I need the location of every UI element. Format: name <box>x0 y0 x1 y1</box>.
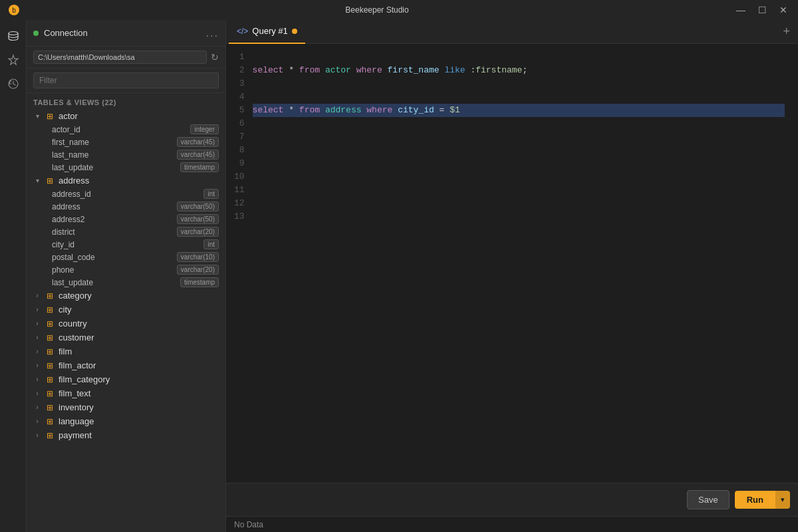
table-row-actor[interactable]: ▾ ⊞ actor <box>27 109 225 123</box>
db-path-select[interactable]: C:\Users\matth\Downloads\sa <box>33 51 207 64</box>
chevron-right-icon: › <box>33 334 41 341</box>
line-number: 7 <box>234 130 245 144</box>
column-row[interactable]: postal_code varchar(10) <box>27 251 225 263</box>
code-line-5: select * from address where city_id = $1 <box>253 104 785 117</box>
new-tab-button[interactable]: + <box>777 25 795 39</box>
table-name-language: language <box>59 416 94 426</box>
run-button[interactable]: Run <box>735 491 775 509</box>
editor-area[interactable]: 1 2 3 4 5 6 7 8 9 10 11 12 13 select * f <box>226 44 798 483</box>
close-button[interactable]: ✕ <box>777 5 790 15</box>
run-dropdown-button[interactable]: ▾ <box>775 491 790 509</box>
column-type: varchar(50) <box>177 214 219 224</box>
chevron-right-icon: › <box>33 320 41 327</box>
column-name: address2 <box>52 215 84 224</box>
table-icon: ⊞ <box>45 305 55 315</box>
line-number: 12 <box>234 197 245 210</box>
column-name: address_id <box>52 190 91 199</box>
column-row[interactable]: first_name varchar(45) <box>27 136 225 148</box>
svg-point-2 <box>9 32 18 35</box>
tab-query-1-label: Query #1 <box>252 26 287 36</box>
code-line-3 <box>253 77 785 90</box>
line-numbers: 1 2 3 4 5 6 7 8 9 10 11 12 13 <box>226 51 253 223</box>
table-name-address: address <box>59 176 89 186</box>
column-type: varchar(10) <box>177 252 219 262</box>
chevron-right-icon: › <box>33 292 41 299</box>
line-number: 6 <box>234 117 245 130</box>
left-panel: Connection ... C:\Users\matth\Downloads\… <box>27 20 226 532</box>
table-row-inventory[interactable]: › ⊞ inventory <box>27 400 225 414</box>
tables-list: ▾ ⊞ actor actor_id integer first_name va… <box>27 109 225 532</box>
line-number: 4 <box>234 90 245 104</box>
table-row-film[interactable]: › ⊞ film <box>27 344 225 358</box>
code-line-8 <box>253 144 785 157</box>
filter-input[interactable] <box>33 72 219 88</box>
table-row-payment[interactable]: › ⊞ payment <box>27 428 225 442</box>
column-type: timestamp <box>180 277 219 287</box>
columns-list-address: address_id int address varchar(50) addre… <box>27 188 225 289</box>
save-button[interactable]: Save <box>687 490 730 509</box>
table-row-country[interactable]: › ⊞ country <box>27 317 225 331</box>
column-row[interactable]: actor_id integer <box>27 123 225 136</box>
column-type: int <box>203 239 219 249</box>
column-type: varchar(20) <box>177 265 219 275</box>
table-row-film-text[interactable]: › ⊞ film_text <box>27 386 225 400</box>
table-icon: ⊞ <box>45 347 55 356</box>
chevron-right-icon: › <box>33 418 41 425</box>
table-name-film: film <box>59 346 72 356</box>
column-type: varchar(50) <box>177 201 219 211</box>
column-row[interactable]: address varchar(50) <box>27 200 225 213</box>
table-name-customer: customer <box>59 332 94 342</box>
column-row[interactable]: last_update timestamp <box>27 276 225 289</box>
filter-row <box>27 68 225 93</box>
column-row[interactable]: city_id int <box>27 238 225 251</box>
tab-query-1[interactable]: </> Query #1 <box>229 20 305 44</box>
column-row[interactable]: address2 varchar(50) <box>27 213 225 225</box>
table-row-city[interactable]: › ⊞ city <box>27 303 225 317</box>
table-name-film-text: film_text <box>59 388 90 398</box>
table-name-film-category: film_category <box>59 374 110 384</box>
column-row[interactable]: address_id int <box>27 188 225 200</box>
table-icon: ⊞ <box>45 112 55 121</box>
table-row-category[interactable]: › ⊞ category <box>27 289 225 303</box>
column-type: timestamp <box>180 162 219 172</box>
column-row[interactable]: last_update timestamp <box>27 161 225 174</box>
table-icon: ⊞ <box>45 319 55 329</box>
tab-bar: </> Query #1 + <box>226 20 798 44</box>
column-name: phone <box>52 265 74 275</box>
connection-more-button[interactable]: ... <box>206 27 219 39</box>
table-icon: ⊞ <box>45 375 55 384</box>
table-row-customer[interactable]: › ⊞ customer <box>27 331 225 344</box>
sidebar-star-icon[interactable] <box>3 49 24 70</box>
maximize-button[interactable]: ☐ <box>755 5 769 15</box>
column-row[interactable]: last_name varchar(45) <box>27 148 225 161</box>
code-line-13 <box>253 210 785 223</box>
minimize-button[interactable]: — <box>734 5 747 15</box>
table-row-address[interactable]: ▾ ⊞ address <box>27 174 225 188</box>
table-icon: ⊞ <box>45 291 55 301</box>
table-icon: ⊞ <box>45 417 55 426</box>
svg-text:b: b <box>12 7 16 14</box>
line-number: 2 <box>234 64 245 77</box>
query-tab-icon: </> <box>237 27 248 36</box>
sidebar-history-icon[interactable] <box>3 73 24 94</box>
bottom-toolbar: Save Run ▾ <box>226 483 798 516</box>
run-button-group: Run ▾ <box>735 491 790 509</box>
column-row[interactable]: phone varchar(20) <box>27 263 225 276</box>
column-type: varchar(45) <box>177 137 219 147</box>
table-row-film-category[interactable]: › ⊞ film_category <box>27 372 225 386</box>
table-row-film-actor[interactable]: › ⊞ film_actor <box>27 358 225 372</box>
column-type: varchar(45) <box>177 150 219 160</box>
chevron-right-icon: › <box>33 404 41 411</box>
sidebar-database-icon[interactable] <box>3 25 24 47</box>
connection-status-dot <box>33 31 39 36</box>
chevron-right-icon: › <box>33 376 41 383</box>
column-name: city_id <box>52 240 74 249</box>
code-line-10 <box>253 170 785 184</box>
table-icon: ⊞ <box>45 176 55 186</box>
column-row[interactable]: district varchar(20) <box>27 225 225 238</box>
db-refresh-button[interactable]: ↻ <box>211 52 219 63</box>
table-row-language[interactable]: › ⊞ language <box>27 414 225 428</box>
code-line-9 <box>253 157 785 170</box>
code-line-7 <box>253 130 785 144</box>
code-line-2: select * from actor where first_name lik… <box>253 64 785 77</box>
